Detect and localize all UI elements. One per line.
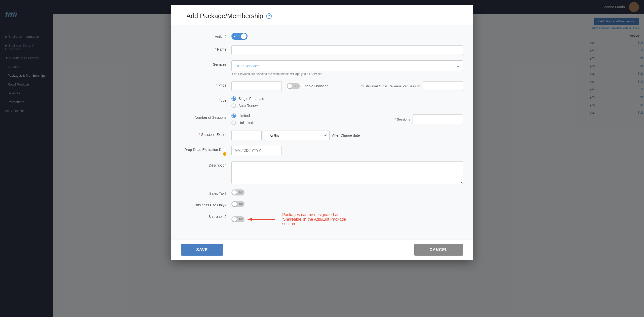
sessions-count-input[interactable] — [413, 114, 463, 124]
shareable-toggle-label: NO — [239, 218, 244, 221]
description-input[interactable] — [231, 161, 463, 184]
drop-dead-control — [231, 146, 463, 155]
sales-tax-toggle-row: NO — [231, 189, 463, 195]
business-use-label: Business Use Only? — [181, 201, 231, 207]
type-auto-renew[interactable]: Auto Renew — [231, 103, 463, 108]
active-label: Active? — [181, 33, 231, 39]
sales-tax-row: Sales Tax? NO — [181, 189, 463, 195]
type-single-label: Single Purchase — [238, 97, 264, 101]
business-use-control: NO — [231, 201, 463, 207]
price-label: * Price — [181, 81, 231, 87]
price-input[interactable] — [231, 81, 282, 91]
services-placeholder: +Add Services — [235, 64, 259, 68]
cancel-button[interactable]: CANCEL — [414, 244, 463, 256]
type-auto-radio[interactable] — [231, 103, 236, 108]
active-row: Active? YES — [181, 33, 463, 40]
type-auto-label: Auto Renew — [238, 104, 258, 108]
type-radio-group: Single Purchase Auto Renew — [231, 96, 463, 108]
shareable-row: Shareable? NO — [181, 213, 463, 226]
sessions-expire-row: * Sessions Expire months days weeks year… — [181, 131, 463, 140]
sessions-limited-label: Limited — [238, 114, 250, 118]
business-use-toggle[interactable]: NO — [231, 201, 245, 207]
business-use-knob — [232, 202, 237, 206]
business-use-toggle-row: NO — [231, 201, 463, 207]
donation-toggle-knob — [288, 84, 292, 88]
sessions-limited-radio[interactable] — [231, 113, 236, 118]
type-single-radio[interactable] — [231, 96, 236, 101]
sessions-unlimited-radio[interactable] — [231, 121, 236, 125]
revenue-label: * Estimated Gross Revenue Per Session — [361, 84, 420, 88]
shareable-label: Shareable? — [181, 213, 231, 219]
donation-toggle-label: NO — [295, 85, 299, 88]
price-control: NO Enable Donation * Estimated Gross Rev… — [231, 81, 463, 91]
save-button[interactable]: SAVE — [181, 244, 223, 256]
donation-toggle[interactable]: NO — [287, 83, 300, 89]
expire-number-input[interactable] — [231, 131, 262, 140]
sessions-radio-group: Limited Unlimited — [231, 113, 253, 125]
type-label: Type — [181, 96, 231, 102]
sessions-control: Limited Unlimited * Sessions — [231, 113, 463, 125]
add-package-modal: + Add Package/Membership ? Active? YES — [171, 5, 473, 260]
sales-tax-label: Sales Tax? — [181, 189, 231, 195]
price-row: * Price NO Enable Donation * — [181, 81, 463, 91]
name-input[interactable] — [231, 45, 463, 55]
sales-tax-control: NO — [231, 189, 463, 195]
sessions-expire-label: * Sessions Expire — [181, 131, 231, 137]
price-inner-row: NO Enable Donation * Estimated Gross Rev… — [231, 81, 463, 91]
shareable-toggle[interactable]: NO — [231, 216, 245, 222]
type-single-purchase[interactable]: Single Purchase — [231, 96, 463, 101]
modal-title: + Add Package/Membership — [181, 12, 263, 20]
sales-tax-knob — [232, 190, 237, 195]
active-toggle-container: YES — [231, 33, 463, 40]
modal-body: Active? YES * Name — [171, 25, 473, 239]
type-row: Type Single Purchase Auto Renew — [181, 96, 463, 108]
info-dot-icon — [223, 152, 226, 156]
services-label: Services — [181, 60, 231, 66]
shareable-knob — [232, 217, 237, 222]
modal-header: + Add Package/Membership ? — [171, 5, 473, 25]
expire-unit-select[interactable]: months days weeks years — [264, 131, 330, 140]
shareable-annotation-area: Packages can be designated as 'Shareable… — [247, 213, 358, 226]
sessions-unlimited[interactable]: Unlimited — [231, 121, 253, 125]
sessions-inner-row: Limited Unlimited * Sessions — [231, 113, 463, 125]
enable-donation-label: Enable Donation — [302, 84, 329, 88]
modal-overlay: + Add Package/Membership ? Active? YES — [0, 0, 644, 317]
name-row: * Name — [181, 45, 463, 55]
active-control: YES — [231, 33, 463, 40]
description-label: Description — [181, 161, 231, 167]
services-dropdown[interactable]: +Add Services ⌄ — [231, 60, 463, 71]
services-control: +Add Services ⌄ If no Services are selec… — [231, 60, 463, 76]
sessions-unlimited-label: Unlimited — [238, 121, 253, 125]
services-chevron-icon: ⌄ — [456, 63, 460, 68]
sessions-count-area: * Sessions — [395, 114, 463, 124]
sessions-limited[interactable]: Limited — [231, 113, 253, 118]
donation-area: NO Enable Donation — [287, 83, 329, 89]
sessions-count-label: * Sessions — [395, 117, 410, 121]
services-hint: If no Services are selected the Membersh… — [231, 72, 463, 76]
services-row: Services +Add Services ⌄ If no Services … — [181, 60, 463, 76]
sessions-expire-inner: months days weeks years After Charge dat… — [231, 131, 463, 140]
business-use-row: Business Use Only? NO — [181, 201, 463, 207]
revenue-area: * Estimated Gross Revenue Per Session — [361, 81, 463, 91]
shareable-annotation-text: Packages can be designated as 'Shareable… — [282, 213, 358, 226]
active-toggle[interactable]: YES — [231, 33, 248, 40]
active-toggle-knob — [241, 33, 247, 39]
drop-dead-input[interactable] — [231, 146, 282, 155]
revenue-input[interactable] — [423, 81, 463, 91]
drop-dead-label: Drop Dead Expiration Date — [181, 146, 231, 156]
help-icon[interactable]: ? — [266, 13, 272, 19]
drop-dead-row: Drop Dead Expiration Date — [181, 146, 463, 156]
shareable-toggle-row: NO Pa — [231, 213, 463, 226]
name-control — [231, 45, 463, 55]
description-control — [231, 161, 463, 184]
sessions-row: Number of Sessions Limited Unlimited — [181, 113, 463, 125]
shareable-control: NO Pa — [231, 213, 463, 226]
sessions-expire-control: months days weeks years After Charge dat… — [231, 131, 463, 140]
name-label: * Name — [181, 45, 231, 51]
shareable-arrow-icon — [247, 216, 277, 223]
sales-tax-toggle-label: NO — [239, 191, 244, 194]
type-control: Single Purchase Auto Renew — [231, 96, 463, 108]
sales-tax-toggle[interactable]: NO — [231, 189, 245, 195]
modal-footer: SAVE CANCEL — [171, 239, 473, 260]
after-charge-label: After Charge date — [332, 133, 360, 137]
